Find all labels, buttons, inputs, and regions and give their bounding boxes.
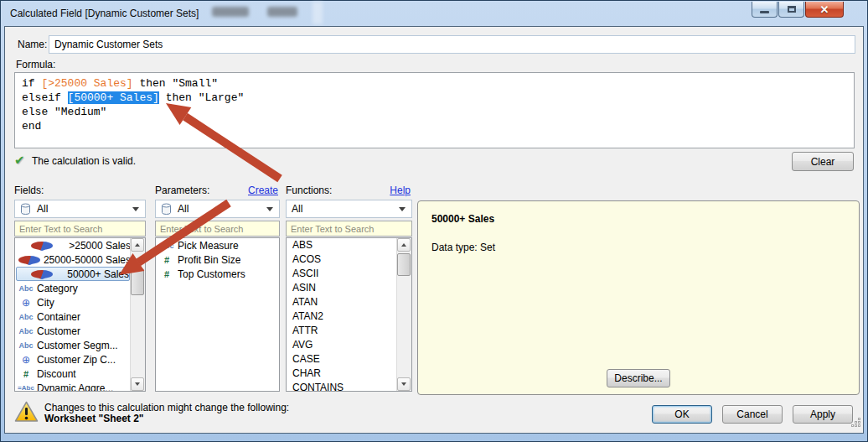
list-item-label: Category	[37, 283, 78, 294]
function-list-item[interactable]: ABS	[287, 238, 397, 252]
formula-token-plain: else "Medium"	[22, 106, 106, 118]
warning-worksheet: Worksheet "Sheet 2"	[44, 413, 144, 424]
background-window-artifact	[267, 7, 297, 17]
functions-filter-value: All	[292, 203, 302, 215]
fields-scrollbar[interactable]	[130, 238, 145, 391]
function-list-item[interactable]: CASE	[287, 352, 397, 367]
function-list-item[interactable]: AVG	[287, 338, 397, 352]
list-item[interactable]: AbcCustomer Segm...	[15, 338, 131, 352]
scrollbar-thumb[interactable]	[131, 268, 144, 295]
list-item-label: Customer Zip C...	[37, 354, 116, 366]
list-item[interactable]: AbcCategory	[15, 281, 131, 295]
formula-label: Formula:	[16, 59, 55, 70]
formula-token-selected: [50000+ Sales]	[68, 91, 159, 104]
list-item-label: Discount	[37, 368, 76, 380]
list-item[interactable]: ⊕Customer Zip C...	[15, 352, 131, 367]
minimize-button[interactable]	[752, 2, 778, 18]
list-item[interactable]: >25000 Sales	[15, 238, 131, 252]
fields-search-input[interactable]	[14, 221, 146, 237]
field-description-panel: 50000+ Sales Data type: Set Describe...	[417, 200, 860, 395]
number-icon: #	[15, 369, 37, 379]
function-list-item[interactable]: CHAR	[287, 367, 397, 381]
describe-button[interactable]: Describe...	[607, 369, 670, 387]
list-item[interactable]: ⊕City	[15, 295, 131, 309]
list-item[interactable]: =AbcDynamic Aggre...	[15, 381, 131, 392]
ok-button[interactable]: OK	[652, 405, 712, 424]
set-icon	[18, 256, 40, 264]
cancel-button[interactable]: Cancel	[722, 405, 783, 424]
fields-list: >25000 Sales25000-50000 Sales50000+ Sale…	[14, 237, 146, 392]
maximize-button[interactable]	[778, 2, 804, 18]
window-title: Calculated Field [Dynamic Customer Sets]	[10, 8, 199, 19]
scroll-up-icon[interactable]	[131, 238, 144, 252]
formula-token-plain: if	[22, 77, 41, 90]
list-item[interactable]: #Top Customers	[156, 267, 279, 281]
list-item-label: Pick Measure	[178, 240, 239, 252]
parameters-label: Parameters:	[155, 185, 209, 196]
fields-filter-value: All	[37, 203, 48, 215]
chevron-down-icon	[266, 207, 273, 211]
create-parameter-link[interactable]: Create	[248, 185, 278, 196]
resize-grip[interactable]	[850, 416, 861, 431]
list-item[interactable]: AbcPick Measure	[156, 238, 279, 252]
scrollbar-thumb[interactable]	[397, 253, 411, 276]
fields-filter-combobox[interactable]: All	[14, 200, 146, 218]
scroll-down-icon[interactable]	[397, 377, 411, 391]
list-item-label: 50000+ Sales	[67, 268, 129, 280]
formula-editor[interactable]: if [>25000 Sales] then "Small"elseif [50…	[14, 72, 855, 148]
minimize-icon	[760, 11, 769, 13]
titlebar[interactable]: Calculated Field [Dynamic Customer Sets]…	[1, 1, 867, 26]
scroll-up-icon[interactable]	[397, 238, 411, 252]
chevron-down-icon	[399, 207, 406, 211]
parameters-list: AbcPick Measure#Profit Bin Size#Top Cust…	[155, 237, 280, 392]
scroll-down-icon[interactable]	[131, 377, 144, 391]
titlebar-glass-highlight	[313, 2, 323, 24]
function-list-item[interactable]: ASIN	[287, 281, 397, 295]
function-list-item[interactable]: ACOS	[287, 252, 397, 267]
maximize-icon	[788, 6, 796, 13]
background-window-artifact	[212, 7, 249, 17]
abc-icon: Abc	[15, 341, 37, 350]
list-item-label: Customer	[37, 325, 80, 337]
function-list-item[interactable]: ASCII	[287, 267, 397, 281]
list-item[interactable]: AbcContainer	[15, 309, 131, 324]
list-item[interactable]: 25000-50000 Sales	[15, 252, 131, 267]
warning-icon	[14, 401, 39, 426]
clear-button[interactable]: Clear	[792, 152, 854, 171]
list-item-label: Customer Segm...	[37, 340, 118, 351]
close-button[interactable]: ✕	[805, 2, 844, 18]
formula-token-plain: then "Large"	[159, 91, 244, 104]
list-item[interactable]: #Discount	[15, 367, 131, 381]
number-icon: #	[156, 255, 178, 265]
parameters-filter-combobox[interactable]: All	[155, 200, 280, 218]
list-item-label: Dynamic Aggre...	[37, 382, 113, 393]
functions-search-input[interactable]	[286, 221, 412, 237]
fields-panel: Fields: All >25000 Sales25000-50000 Sale…	[14, 185, 146, 199]
function-list-item[interactable]: ATTR	[287, 324, 397, 338]
calc-abc-icon: =Abc	[15, 384, 37, 392]
database-icon	[20, 203, 31, 216]
list-item[interactable]: AbcCustomer	[15, 324, 131, 338]
list-item-selected[interactable]: 50000+ Sales	[16, 267, 130, 281]
parameters-search-input[interactable]	[155, 221, 280, 237]
list-item-label: >25000 Sales	[69, 240, 131, 252]
functions-scrollbar[interactable]	[396, 238, 411, 391]
described-field-datatype: Data type: Set	[431, 242, 495, 253]
functions-filter-combobox[interactable]: All	[286, 200, 412, 218]
function-list-item[interactable]: ATAN	[287, 295, 397, 309]
set-icon	[31, 242, 53, 250]
dialog-body: Name: Formula: if [>25000 Sales] then "S…	[4, 26, 864, 434]
function-list-item[interactable]: ATAN2	[287, 309, 397, 324]
list-item[interactable]: #Profit Bin Size	[156, 252, 279, 267]
parameters-filter-value: All	[178, 203, 189, 215]
formula-code: if [>25000 Sales] then "Small"elseif [50…	[22, 76, 854, 133]
help-link[interactable]: Help	[390, 185, 411, 196]
list-item-label: Container	[37, 311, 80, 323]
apply-button[interactable]: Apply	[793, 405, 853, 424]
name-input[interactable]	[49, 35, 855, 54]
name-label: Name:	[18, 39, 47, 50]
validation-status: The calculation is valid.	[32, 155, 136, 167]
number-icon: #	[156, 269, 178, 279]
function-list-item[interactable]: CONTAINS	[287, 381, 397, 392]
functions-list: ABSACOSASCIIASINATANATAN2ATTRAVGCASECHAR…	[286, 237, 412, 392]
